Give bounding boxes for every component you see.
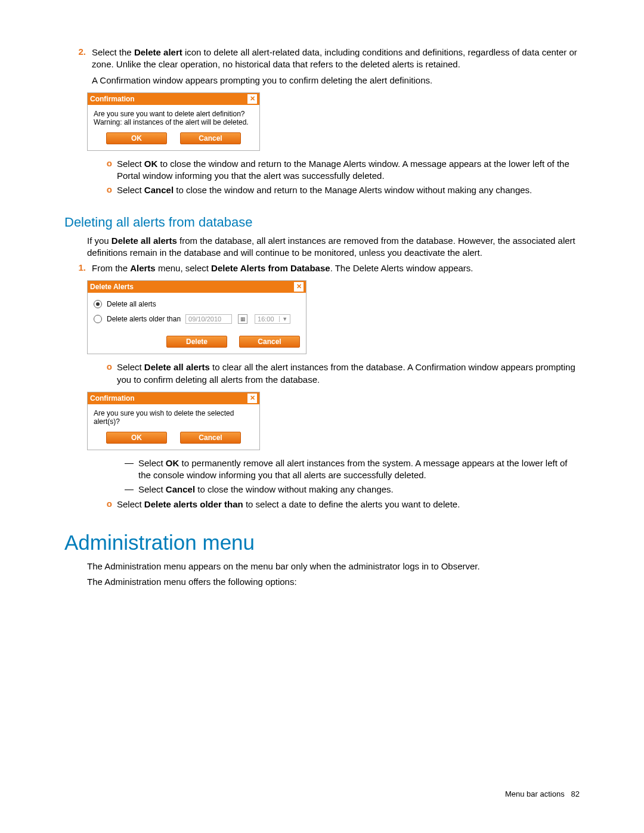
radio-icon bbox=[94, 315, 102, 323]
bullet: o bbox=[100, 361, 112, 386]
dialog-buttons: OK Cancel bbox=[88, 132, 259, 150]
sub-bullet-ok: o Select OK to close the window and retu… bbox=[100, 158, 580, 182]
step-number: 2. bbox=[64, 47, 86, 86]
time-dropdown[interactable]: 16:00 ▼ bbox=[255, 314, 290, 324]
dash-ok: — Select OK to permanently remove all al… bbox=[122, 457, 580, 482]
page-heading: Administration menu bbox=[64, 531, 580, 555]
text: Select OK to permanently remove all aler… bbox=[134, 457, 580, 482]
step-2: 2. Select the Delete alert icon to delet… bbox=[64, 47, 580, 86]
text: A Confirmation window appears prompting … bbox=[92, 75, 580, 86]
delete-alerts-dialog: Delete Alerts ✕ Delete all alerts Delete… bbox=[87, 280, 306, 354]
dash: — bbox=[122, 484, 134, 496]
dialog-title: Confirmation bbox=[90, 394, 135, 402]
radio-label: Delete all alerts bbox=[107, 300, 156, 308]
dash-cancel: — Select Cancel to close the window with… bbox=[122, 484, 580, 496]
ok-button[interactable]: OK bbox=[106, 432, 167, 444]
section-heading: Deleting all alerts from database bbox=[64, 215, 580, 230]
dialog-title: Confirmation bbox=[90, 95, 135, 103]
dialog-titlebar: Confirmation ✕ bbox=[88, 93, 259, 105]
close-icon[interactable]: ✕ bbox=[294, 282, 304, 292]
text: Select the bbox=[92, 47, 134, 57]
text: Select Delete alerts older than to selec… bbox=[112, 498, 580, 510]
text: Select Cancel to close the window withou… bbox=[134, 484, 580, 496]
dialog-title: Delete Alerts bbox=[90, 283, 134, 291]
close-icon[interactable]: ✕ bbox=[247, 394, 257, 403]
text: Select Delete all alerts to clear all th… bbox=[112, 361, 580, 386]
dialog-body: Are you sure you want to delete alert de… bbox=[88, 105, 259, 132]
footer-label: Menu bar actions bbox=[505, 789, 565, 798]
calendar-icon[interactable]: ▦ bbox=[238, 314, 247, 324]
radio-delete-older[interactable]: Delete alerts older than 09/10/2010 ▦ 16… bbox=[94, 314, 300, 324]
delete-button[interactable]: Delete bbox=[166, 336, 227, 348]
step-1: 1. From the Alerts menu, select Delete A… bbox=[64, 262, 580, 274]
paragraph: If you Delete all alerts from the databa… bbox=[87, 235, 580, 259]
radio-label: Delete alerts older than bbox=[107, 315, 181, 323]
radio-delete-all[interactable]: Delete all alerts bbox=[94, 300, 300, 308]
bullet: o bbox=[100, 498, 112, 510]
paragraph: The Administration menu offers the follo… bbox=[87, 576, 580, 588]
cancel-button[interactable]: Cancel bbox=[180, 132, 241, 144]
dash: — bbox=[122, 457, 134, 482]
chevron-down-icon: ▼ bbox=[279, 316, 287, 322]
date-input[interactable]: 09/10/2010 bbox=[185, 314, 232, 324]
step-body: Select the Delete alert icon to delete a… bbox=[86, 47, 580, 86]
dialog-titlebar: Delete Alerts ✕ bbox=[88, 281, 306, 293]
step-number: 1. bbox=[64, 262, 86, 274]
bullet: o bbox=[100, 158, 112, 182]
dialog-buttons: Delete Cancel bbox=[88, 332, 306, 354]
sub-bullet-delete-all: o Select Delete all alerts to clear all … bbox=[100, 361, 580, 386]
dialog-titlebar: Confirmation ✕ bbox=[88, 392, 259, 404]
step-body: From the Alerts menu, select Delete Aler… bbox=[86, 262, 580, 274]
dialog-body: Are you sure you wish to delete the sele… bbox=[88, 404, 259, 432]
close-icon[interactable]: ✕ bbox=[247, 94, 257, 104]
sub-bullet-older-than: o Select Delete alerts older than to sel… bbox=[100, 498, 580, 510]
cancel-button[interactable]: Cancel bbox=[239, 336, 300, 348]
sub-bullet-cancel: o Select Cancel to close the window and … bbox=[100, 184, 580, 196]
dialog-body: Delete all alerts Delete alerts older th… bbox=[88, 293, 306, 332]
radio-icon bbox=[94, 300, 102, 308]
dialog-buttons: OK Cancel bbox=[88, 432, 259, 450]
confirmation-dialog-2: Confirmation ✕ Are you sure you wish to … bbox=[87, 392, 260, 450]
confirmation-dialog: Confirmation ✕ Are you sure you want to … bbox=[87, 92, 260, 151]
text: Select OK to close the window and return… bbox=[112, 158, 580, 182]
paragraph: The Administration menu appears on the m… bbox=[87, 561, 580, 572]
page-footer: Menu bar actions 82 bbox=[505, 789, 580, 798]
bold-text: Delete alert bbox=[134, 47, 182, 57]
page-number: 82 bbox=[571, 789, 580, 798]
cancel-button[interactable]: Cancel bbox=[180, 432, 241, 444]
ok-button[interactable]: OK bbox=[106, 132, 167, 144]
text: Select Cancel to close the window and re… bbox=[112, 184, 580, 196]
bullet: o bbox=[100, 184, 112, 196]
